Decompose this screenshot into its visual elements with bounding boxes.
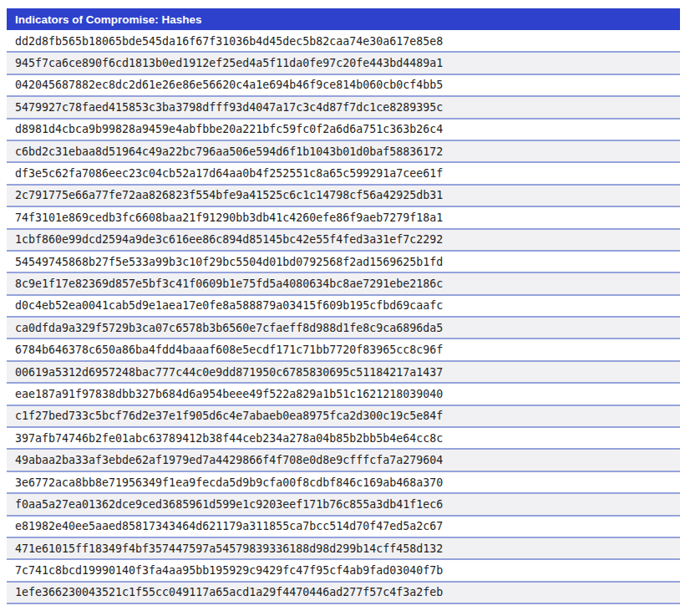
table-row: 00619a5312d6957248bac777c44c0e9dd871950c… [7, 362, 680, 384]
hash-value: 00619a5312d6957248bac777c44c0e9dd871950c… [15, 366, 443, 379]
table-row: e81982e40ee5aaed85817343464d621179a31185… [7, 517, 680, 538]
hash-value: 74f3101e869cedb3fc6608baa21f91290bb3db41… [15, 211, 443, 224]
table-row: 8c9e1f17e82369d857e5bf3c41f0609b1e75fd5a… [7, 273, 680, 295]
hash-value: d0c4eb52ea0041cab5d9e1aea17e0fe8a588879a… [15, 299, 443, 312]
hash-value: f0aa5a27ea01362dce9ced3685961d599e1c9203… [15, 498, 443, 511]
table-row: 7c741c8bcd19990140f3fa4aa95bb195929c9429… [7, 560, 680, 582]
hash-value: 6784b646378c650a86ba4fdd4baaaf608e5ecdf1… [15, 344, 443, 356]
hash-value: 1efe366230043521c1f55cc049117a65acd1a29f… [15, 586, 443, 598]
table-row: 5479927c78faed415853c3ba3798dfff93d4047a… [7, 97, 680, 119]
table-row: dd2d8fb565b18065bde545da16f67f31036b4d45… [7, 31, 680, 53]
table-row: ca0dfda9a329f5729b3ca07c6578b3b6560e7cfa… [7, 318, 680, 339]
table-row: 1efe366230043521c1f55cc049117a65acd1a29f… [7, 583, 680, 604]
hash-value: c6bd2c31ebaa8d51964c49a22bc796aa506e594d… [15, 145, 443, 158]
table-row: 397afb74746b2fe01abc63789412b38f44ceb234… [7, 428, 680, 450]
table-row: 49abaa2ba33af3ebde62af1979ed7a4429866f4f… [7, 450, 680, 471]
table-row: c1f27bed733c5bcf76d2e37e1f905d6c4e7abaeb… [7, 406, 680, 428]
table-title: Indicators of Compromise: Hashes [15, 13, 202, 26]
table-row: 54549745868b27f5e533a99b3c10f29bc5504d01… [7, 252, 680, 273]
table-row: 945f7ca6ce890f6cd1813b0ed1912ef25ed4a5f1… [7, 53, 680, 74]
table-row: 6784b646378c650a86ba4fdd4baaaf608e5ecdf1… [7, 339, 680, 361]
table-row: 3e6772aca8bb8e71956349f1ea9fecda5d9b9cfa… [7, 472, 680, 494]
hash-value: d8981d4cbca9b99828a9459e4abfbbe20a221bfc… [15, 123, 443, 135]
hash-value: ca0dfda9a329f5729b3ca07c6578b3b6560e7cfa… [15, 322, 443, 334]
hash-value: 2c791775e66a77fe72aa826823f554bfe9a41525… [15, 189, 443, 201]
hash-value: c1f27bed733c5bcf76d2e37e1f905d6c4e7abaeb… [15, 410, 443, 422]
hash-value: 945f7ca6ce890f6cd1813b0ed1912ef25ed4a5f1… [15, 57, 443, 69]
table-row: df3e5c62fa7086eec23c04cb52a17d64aa0b4f25… [7, 163, 680, 185]
table-row: 1cbf860e99dcd2594a9de3c616ee86c894d85145… [7, 230, 680, 252]
table-row: 2c791775e66a77fe72aa826823f554bfe9a41525… [7, 186, 680, 207]
hash-value: 54549745868b27f5e533a99b3c10f29bc5504d01… [15, 256, 443, 268]
table-row: 74f3101e869cedb3fc6608baa21f91290bb3db41… [7, 207, 680, 229]
table-header: Indicators of Compromise: Hashes [7, 8, 680, 30]
hash-value: 49abaa2ba33af3ebde62af1979ed7a4429866f4f… [15, 454, 443, 466]
table-row: c6bd2c31ebaa8d51964c49a22bc796aa506e594d… [7, 141, 680, 163]
ioc-hashes-table: Indicators of Compromise: Hashes dd2d8fb… [7, 8, 680, 604]
table-row: d0c4eb52ea0041cab5d9e1aea17e0fe8a588879a… [7, 296, 680, 318]
table-row: 471e61015ff18349f4bf357447597a5457983933… [7, 538, 680, 560]
hash-value: df3e5c62fa7086eec23c04cb52a17d64aa0b4f25… [15, 167, 443, 180]
hash-value: 7c741c8bcd19990140f3fa4aa95bb195929c9429… [15, 564, 443, 577]
hash-value: 5479927c78faed415853c3ba3798dfff93d4047a… [15, 101, 443, 114]
hash-value: 471e61015ff18349f4bf357447597a5457983933… [15, 542, 443, 555]
table-row: f0aa5a27ea01362dce9ced3685961d599e1c9203… [7, 494, 680, 516]
hash-value: eae187a91f97838dbb327b684d6a954beee49f52… [15, 388, 443, 400]
hash-value: dd2d8fb565b18065bde545da16f67f31036b4d45… [15, 35, 443, 48]
hash-value: 397afb74746b2fe01abc63789412b38f44ceb234… [15, 432, 443, 445]
table-row: 042045687882ec8dc2d61e26e86e56620c4a1e69… [7, 75, 680, 97]
hash-value: 042045687882ec8dc2d61e26e86e56620c4a1e69… [15, 79, 443, 91]
hash-value: 3e6772aca8bb8e71956349f1ea9fecda5d9b9cfa… [15, 476, 443, 489]
table-row: eae187a91f97838dbb327b684d6a954beee49f52… [7, 384, 680, 405]
table-row: d8981d4cbca9b99828a9459e4abfbbe20a221bfc… [7, 120, 680, 141]
hash-value: 8c9e1f17e82369d857e5bf3c41f0609b1e75fd5a… [15, 277, 443, 290]
hash-value: 1cbf860e99dcd2594a9de3c616ee86c894d85145… [15, 233, 443, 246]
table-body: dd2d8fb565b18065bde545da16f67f31036b4d45… [7, 31, 680, 604]
hash-value: e81982e40ee5aaed85817343464d621179a31185… [15, 520, 443, 532]
